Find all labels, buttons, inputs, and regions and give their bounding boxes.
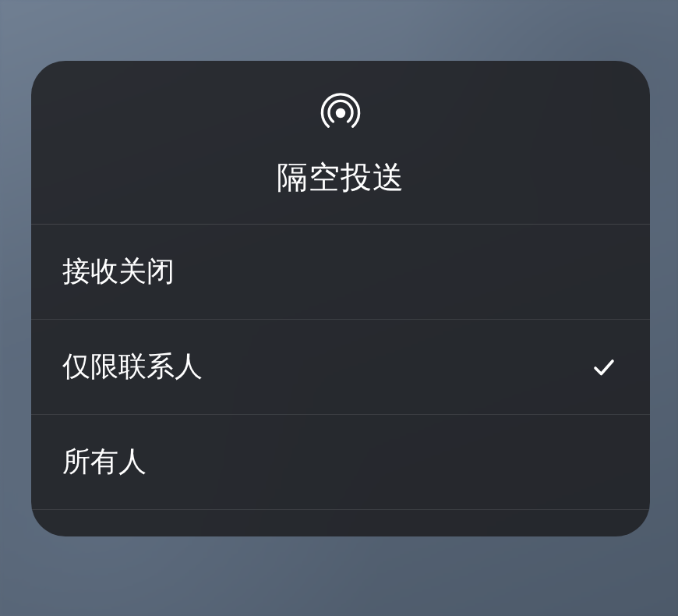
check-icon — [591, 354, 617, 381]
modal-header: 隔空投送 — [31, 61, 650, 225]
option-label: 仅限联系人 — [62, 348, 203, 386]
option-label: 所有人 — [62, 443, 147, 481]
option-receiving-off[interactable]: 接收关闭 — [31, 225, 650, 320]
option-everyone[interactable]: 所有人 — [31, 415, 650, 510]
check-icon-slot — [591, 259, 617, 285]
option-contacts-only[interactable]: 仅限联系人 — [31, 320, 650, 415]
option-label: 接收关闭 — [62, 253, 175, 291]
check-icon-slot — [591, 449, 617, 476]
airdrop-settings-modal: 隔空投送 接收关闭 仅限联系人 所有人 — [31, 61, 650, 536]
airdrop-icon — [318, 90, 363, 136]
modal-title: 隔空投送 — [277, 156, 404, 199]
modal-bottom-spacer — [31, 510, 650, 536]
svg-point-0 — [336, 108, 345, 118]
